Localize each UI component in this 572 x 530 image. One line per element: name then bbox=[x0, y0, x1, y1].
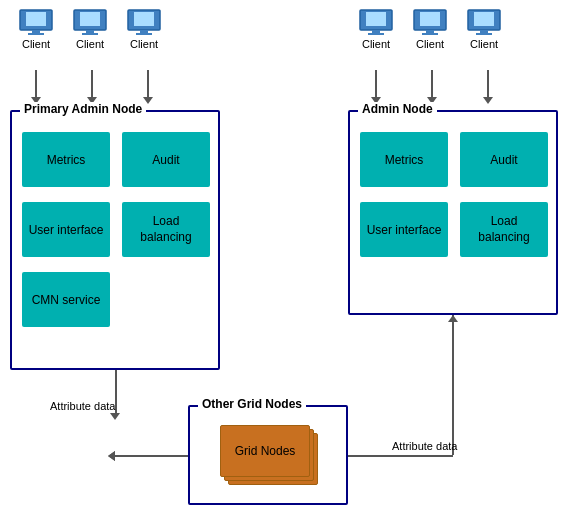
svg-rect-23 bbox=[476, 33, 492, 35]
monitor-icon bbox=[126, 8, 162, 36]
other-grid-nodes-title: Other Grid Nodes bbox=[198, 397, 306, 411]
svg-rect-18 bbox=[426, 30, 434, 33]
client-group-right: Client Client Client bbox=[358, 8, 502, 50]
svg-rect-21 bbox=[474, 12, 494, 26]
attribute-data-label-right: Attribute data bbox=[392, 440, 457, 452]
other-grid-nodes-box: Other Grid Nodes Grid Nodes bbox=[188, 405, 348, 505]
arrow-primary-to-grid-head bbox=[110, 413, 120, 420]
arrow-client2-left bbox=[91, 70, 93, 98]
monitor-icon bbox=[358, 8, 394, 36]
tile-cmnservice-left: CMN service bbox=[22, 272, 110, 327]
tile-userinterface-right: User interface bbox=[360, 202, 448, 257]
diagram: Client Client Client bbox=[0, 0, 572, 530]
svg-rect-1 bbox=[26, 12, 46, 26]
arrow-grid-to-admin-h bbox=[348, 455, 453, 457]
monitor-icon bbox=[72, 8, 108, 36]
svg-rect-13 bbox=[366, 12, 386, 26]
tile-loadbalancing-right: Load balancing bbox=[460, 202, 548, 257]
arrow-client2-right bbox=[431, 70, 433, 98]
svg-rect-22 bbox=[480, 30, 488, 33]
client-label: Client bbox=[22, 38, 50, 50]
svg-rect-15 bbox=[368, 33, 384, 35]
tile-audit-left: Audit bbox=[122, 132, 210, 187]
arrow-client1-right bbox=[375, 70, 377, 98]
svg-rect-10 bbox=[140, 30, 148, 33]
svg-rect-3 bbox=[28, 33, 44, 35]
svg-rect-5 bbox=[80, 12, 100, 26]
arrow-grid-to-primary-h bbox=[115, 455, 188, 457]
admin-node-title: Admin Node bbox=[358, 102, 437, 116]
tile-metrics-left: Metrics bbox=[22, 132, 110, 187]
tile-audit-right: Audit bbox=[460, 132, 548, 187]
client-item: Client bbox=[358, 8, 394, 50]
svg-rect-9 bbox=[134, 12, 154, 26]
attribute-data-label-left: Attribute data bbox=[50, 400, 115, 412]
client-label: Client bbox=[470, 38, 498, 50]
arrow-grid-to-admin-head bbox=[448, 315, 458, 322]
grid-tile-stack: Grid Nodes bbox=[220, 425, 320, 490]
grid-tile-front: Grid Nodes bbox=[220, 425, 310, 477]
svg-rect-2 bbox=[32, 30, 40, 33]
primary-admin-node-box: Primary Admin Node Metrics Audit User in… bbox=[10, 110, 220, 370]
client-group-left: Client Client Client bbox=[18, 8, 162, 50]
client-label: Client bbox=[76, 38, 104, 50]
tile-loadbalancing-left: Load balancing bbox=[122, 202, 210, 257]
tile-userinterface-left: User interface bbox=[22, 202, 110, 257]
svg-rect-11 bbox=[136, 33, 152, 35]
arrow-client3-right bbox=[487, 70, 489, 98]
svg-rect-14 bbox=[372, 30, 380, 33]
client-label: Client bbox=[362, 38, 390, 50]
client-item: Client bbox=[72, 8, 108, 50]
client-label: Client bbox=[130, 38, 158, 50]
admin-node-box: Admin Node Metrics Audit User interface … bbox=[348, 110, 558, 315]
primary-admin-node-title: Primary Admin Node bbox=[20, 102, 146, 116]
client-item: Client bbox=[126, 8, 162, 50]
tile-metrics-right: Metrics bbox=[360, 132, 448, 187]
client-item: Client bbox=[18, 8, 54, 50]
monitor-icon bbox=[466, 8, 502, 36]
client-item: Client bbox=[466, 8, 502, 50]
svg-rect-7 bbox=[82, 33, 98, 35]
monitor-icon bbox=[18, 8, 54, 36]
arrow-client1-left bbox=[35, 70, 37, 98]
arrow-grid-to-admin-v bbox=[452, 315, 454, 455]
monitor-icon bbox=[412, 8, 448, 36]
svg-rect-6 bbox=[86, 30, 94, 33]
arrow-client3-left bbox=[147, 70, 149, 98]
client-label: Client bbox=[416, 38, 444, 50]
svg-rect-17 bbox=[420, 12, 440, 26]
svg-rect-19 bbox=[422, 33, 438, 35]
client-item: Client bbox=[412, 8, 448, 50]
arrow-grid-to-primary-head bbox=[108, 451, 115, 461]
